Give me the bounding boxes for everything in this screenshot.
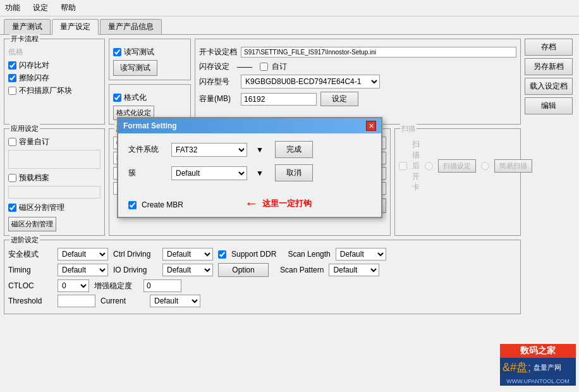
dialog-close-button[interactable]: ✕ bbox=[366, 121, 376, 131]
cluster-row: 簇 Default 512 1024 2048 4096 ▼ 取消 bbox=[128, 164, 371, 181]
cluster-label: 簇 bbox=[128, 168, 166, 178]
annotation-text: 这里一定打钩 bbox=[262, 198, 312, 209]
red-arrow-icon: ← bbox=[245, 195, 259, 212]
format-cancel-button[interactable]: 取消 bbox=[275, 164, 313, 181]
create-mbr-label: Create MBR bbox=[142, 200, 183, 209]
dialog-title-bar: Format Setting ✕ bbox=[118, 118, 381, 133]
dialog-body: 文件系统 FAT32 FAT16 exFAT NTFS ▼ 完成 簇 Defau… bbox=[118, 133, 381, 195]
dialog-overlay: Format Setting ✕ 文件系统 FAT32 FAT16 exFAT … bbox=[0, 0, 579, 392]
create-mbr-check[interactable] bbox=[128, 201, 137, 209]
dialog-title: Format Setting bbox=[123, 121, 177, 130]
filesystem-select[interactable]: FAT32 FAT16 exFAT NTFS bbox=[171, 143, 247, 157]
cluster-select[interactable]: Default 512 1024 2048 4096 bbox=[171, 166, 247, 180]
format-setting-dialog: Format Setting ✕ 文件系统 FAT32 FAT16 exFAT … bbox=[117, 117, 382, 218]
filesystem-label: 文件系统 bbox=[128, 144, 166, 155]
mbr-annotation: ← 这里一定打钩 bbox=[245, 195, 312, 212]
filesystem-row: 文件系统 FAT32 FAT16 exFAT NTFS ▼ 完成 bbox=[128, 141, 371, 158]
format-confirm-button[interactable]: 完成 bbox=[275, 141, 313, 158]
